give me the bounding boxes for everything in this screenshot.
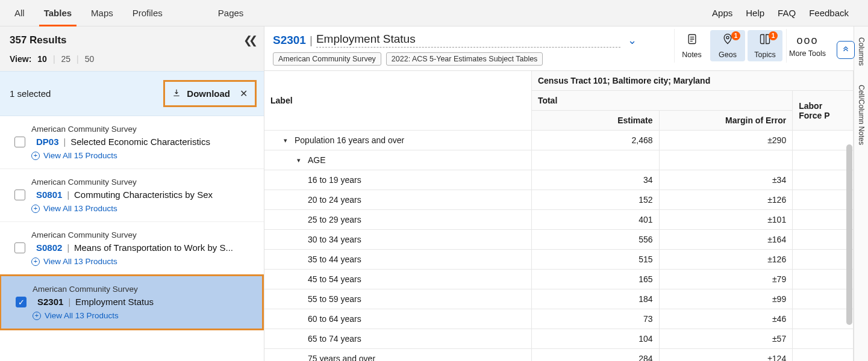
table-row: 45 to 54 years165±79 — [264, 270, 854, 289]
tool-more[interactable]: ooo More Tools — [786, 29, 828, 63]
cell-estimate: 152 — [531, 190, 659, 210]
header-geo: Census Tract 101; Baltimore city; Maryla… — [531, 71, 853, 91]
row-label-cell[interactable]: ▾AGE — [264, 150, 531, 170]
row-label-cell[interactable]: 75 years and over — [264, 349, 531, 362]
tool-topics[interactable]: Topics 1 — [748, 30, 782, 61]
chevron-down-icon[interactable]: ▾ — [297, 156, 304, 164]
results-panel: 357 Results ❮❮ View: 10 | 25 | 50 1 sele… — [0, 26, 264, 361]
item-checkbox[interactable] — [14, 242, 25, 253]
cell-extra — [793, 250, 854, 270]
row-label: 35 to 44 years — [308, 255, 361, 264]
item-source: American Community Survey — [31, 230, 254, 239]
tab-all[interactable]: All — [5, 0, 34, 26]
view-all-link[interactable]: + View All 13 Products — [31, 257, 254, 266]
cell-moe: ±99 — [659, 289, 793, 309]
row-label-cell[interactable]: 65 to 74 years — [264, 329, 531, 349]
tab-tables[interactable]: Tables — [34, 0, 81, 26]
table-row: 30 to 34 years556±164 — [264, 230, 854, 250]
header-extra: Labor Force P — [793, 91, 854, 131]
cell-estimate — [531, 150, 659, 170]
tab-profiles[interactable]: Profiles — [123, 0, 172, 26]
cell-extra — [793, 131, 854, 150]
top-nav-right: Apps Help FAQ Feedback — [712, 8, 863, 18]
side-rail: Columns Cell/Column Notes — [854, 26, 868, 361]
cell-estimate: 165 — [531, 270, 659, 289]
badge-count: 1 — [731, 31, 740, 40]
item-checkbox[interactable] — [14, 137, 25, 147]
download-box: Download ✕ — [163, 80, 257, 107]
link-help[interactable]: Help — [746, 8, 764, 18]
scrollbar-track[interactable] — [846, 144, 852, 356]
item-code[interactable]: S0801 — [36, 190, 62, 200]
cell-moe: ±290 — [659, 131, 793, 150]
notes-icon — [686, 33, 698, 48]
view-opt-25[interactable]: 25 — [61, 54, 71, 64]
tab-maps[interactable]: Maps — [81, 0, 123, 26]
list-item[interactable]: American Community Survey S0802 | Means … — [0, 222, 264, 275]
cell-estimate: 515 — [531, 250, 659, 270]
view-all-link[interactable]: + View All 15 Products — [31, 151, 254, 160]
scroll-top-button[interactable] — [837, 41, 855, 59]
tool-notes[interactable]: Notes — [674, 29, 709, 63]
list-item[interactable]: American Community Survey S0801 | Commut… — [0, 169, 264, 222]
row-label-cell[interactable]: ▾Population 16 years and over — [264, 131, 531, 150]
row-label-cell[interactable]: 35 to 44 years — [264, 250, 531, 270]
item-code[interactable]: S0802 — [36, 242, 62, 253]
selection-bar: 1 selected Download ✕ — [0, 71, 264, 116]
tool-geos[interactable]: Geos 1 — [710, 30, 745, 61]
view-opt-50[interactable]: 50 — [85, 54, 95, 64]
vtab-notes[interactable]: Cell/Column Notes — [856, 80, 867, 150]
table-row: 55 to 59 years184±99 — [264, 289, 854, 309]
row-label-cell[interactable]: 60 to 64 years — [264, 309, 531, 329]
row-label-cell[interactable]: 30 to 34 years — [264, 230, 531, 250]
cell-extra — [793, 349, 854, 362]
item-name[interactable]: Means of Transportation to Work by S... — [74, 242, 233, 253]
view-opt-10[interactable]: 10 — [37, 54, 47, 64]
top-nav: All Tables Maps Profiles Pages Apps Help… — [0, 0, 868, 26]
header-label: Label — [264, 71, 531, 131]
tab-pages[interactable]: Pages — [208, 0, 254, 26]
close-selection-icon[interactable]: ✕ — [240, 88, 248, 99]
scrollbar-thumb[interactable] — [846, 144, 852, 325]
chevron-down-icon[interactable]: ⌄ — [628, 34, 637, 47]
table-row: 35 to 44 years515±126 — [264, 250, 854, 270]
item-checkbox[interactable] — [14, 190, 25, 200]
table-row: 75 years and over284±124 — [264, 349, 854, 362]
row-label-cell[interactable]: 45 to 54 years — [264, 270, 531, 289]
item-source: American Community Survey — [31, 177, 254, 187]
toolbar: Notes Geos 1 Topics 1 — [674, 29, 828, 63]
link-apps[interactable]: Apps — [712, 8, 732, 18]
download-icon — [172, 88, 181, 99]
tag-year[interactable]: 2022: ACS 5-Year Estimates Subject Table… — [386, 52, 543, 66]
vtab-columns[interactable]: Columns — [856, 32, 867, 70]
item-name[interactable]: Employment Status — [75, 297, 154, 307]
cell-estimate: 401 — [531, 210, 659, 230]
item-checkbox[interactable]: ✓ — [16, 297, 27, 307]
item-name[interactable]: Commuting Characteristics by Sex — [74, 190, 213, 200]
item-name[interactable]: Selected Economic Characteristics — [70, 137, 210, 147]
row-label: 75 years and over — [308, 354, 375, 361]
row-label-cell[interactable]: 55 to 59 years — [264, 289, 531, 309]
view-all-link[interactable]: + View All 13 Products — [31, 204, 254, 213]
item-code[interactable]: DP03 — [36, 137, 59, 147]
tag-survey[interactable]: American Community Survey — [273, 52, 381, 66]
row-label: AGE — [308, 155, 326, 165]
cell-extra — [793, 210, 854, 230]
item-code[interactable]: S2301 — [37, 297, 63, 307]
cell-estimate: 2,468 — [531, 131, 659, 150]
table-row: ▾Population 16 years and over2,468±290 — [264, 131, 854, 150]
view-all-link[interactable]: + View All 13 Products — [33, 311, 252, 320]
row-label-cell[interactable]: 16 to 19 years — [264, 170, 531, 190]
list-item[interactable]: American Community Survey DP03 | Selecte… — [0, 116, 264, 169]
chevron-down-icon[interactable]: ▾ — [284, 137, 291, 144]
link-feedback[interactable]: Feedback — [809, 8, 849, 18]
row-label-cell[interactable]: 20 to 24 years — [264, 190, 531, 210]
result-list: American Community Survey DP03 | Selecte… — [0, 116, 264, 361]
badge-count: 1 — [769, 31, 778, 40]
row-label-cell[interactable]: 25 to 29 years — [264, 210, 531, 230]
download-button[interactable]: Download — [187, 88, 230, 99]
list-item[interactable]: American Community Survey ✓ S2301 | Empl… — [0, 274, 264, 330]
collapse-panel-icon[interactable]: ❮❮ — [243, 34, 254, 47]
link-faq[interactable]: FAQ — [778, 8, 796, 18]
table-row: 60 to 64 years73±46 — [264, 309, 854, 329]
